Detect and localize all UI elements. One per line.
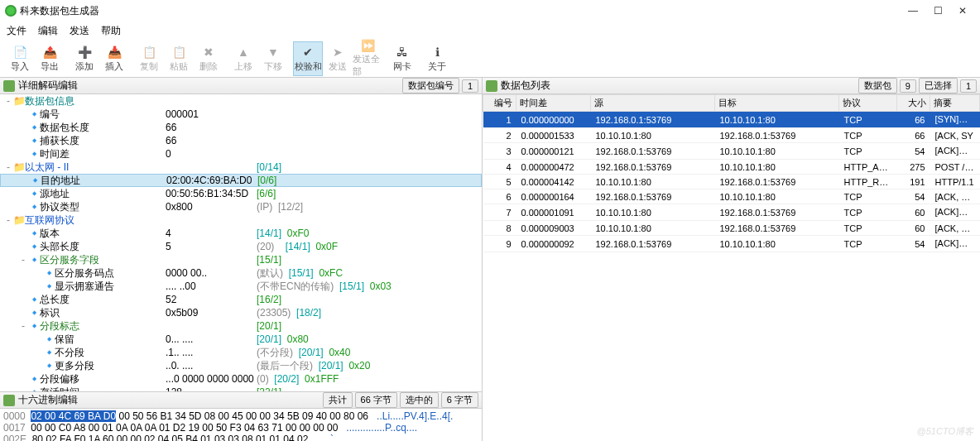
toolbar-label: 网卡 [393, 60, 411, 73]
col-header[interactable]: 摘要 [930, 95, 980, 112]
paste-button[interactable]: 📋粘贴 [164, 41, 194, 76]
tree-row[interactable]: 🔹版本4[14/1] 0xF0 [0, 227, 482, 240]
copy-button-icon: 📋 [142, 45, 156, 60]
nic-button[interactable]: 🖧网卡 [387, 41, 417, 76]
watermark: @51CTO博客 [917, 425, 973, 438]
tree-row[interactable]: 🔹标识0x5b09(23305) [18/2] [0, 306, 482, 319]
tree-row[interactable]: 🔹目的地址02:00:4C:69:BA:D0[0/6] [0, 174, 482, 187]
toolbar-label: 复制 [140, 60, 158, 73]
field-value: 0x800 [166, 201, 193, 213]
pkt-no-value[interactable]: 1 [462, 79, 478, 93]
send-button-icon: ➤ [330, 45, 345, 60]
expand-icon[interactable]: - [3, 95, 13, 107]
field-icon: 🔹 [28, 241, 40, 252]
col-header[interactable]: 源 [591, 95, 715, 112]
field-label: 总长度 [40, 293, 70, 307]
tree-row[interactable]: 🔹时间差0 [0, 147, 482, 161]
table-row[interactable]: 90.000000092192.168.0.1:5376910.10.10.1:… [483, 236, 980, 252]
close-button[interactable]: ✕ [950, 2, 975, 19]
tree-row[interactable]: -📁数据包信息 [0, 94, 482, 108]
menu-3[interactable]: 帮助 [101, 24, 121, 38]
movedown-button[interactable]: ▼下移 [258, 41, 288, 76]
menu-0[interactable]: 文件 [7, 24, 26, 38]
menu-2[interactable]: 发送 [70, 24, 89, 38]
tree-row[interactable]: 🔹源地址00:50:56:B1:34:5D[6/6] [0, 187, 482, 200]
field-icon: 🔹 [43, 280, 55, 292]
field-label: 数据包长度 [40, 121, 89, 135]
field-icon: 🔹 [28, 108, 40, 120]
maximize-button[interactable]: ☐ [925, 2, 950, 19]
field-label: 数据包信息 [25, 94, 74, 108]
field-icon: 🔹 [28, 135, 40, 146]
field-meta: [0/14] [257, 161, 281, 173]
insert-button[interactable]: 📥插入 [99, 41, 129, 76]
tree-row[interactable]: 🔹捕获长度66 [0, 134, 482, 147]
add-button[interactable]: ➕添加 [70, 41, 99, 76]
col-header[interactable]: 目标 [715, 95, 839, 112]
checksum-button[interactable]: ✔校验和 [293, 41, 323, 76]
field-meta: (最后一个段) [20/1] 0x20 [257, 359, 370, 373]
field-icon: 🔹 [43, 333, 55, 345]
field-label: 协议类型 [40, 200, 79, 214]
table-row[interactable]: 20.00000153310.10.10.1:80192.168.0.1:537… [483, 128, 980, 143]
hex-row[interactable]: 002E 80 02 FA F0 1A 60 00 00 02 04 05 B4… [3, 434, 478, 441]
field-label: 编号 [40, 108, 60, 122]
tree-row[interactable]: -📁以太网 - II[0/14] [0, 161, 482, 174]
tree-row[interactable]: 🔹区分服务码点0000 00..(默认) [15/1] 0xFC [0, 266, 482, 280]
expand-icon[interactable]: - [3, 161, 13, 173]
sendall-button[interactable]: ⏩发送全部 [353, 41, 382, 76]
hex-dump[interactable]: 0000 02 00 4C 69 BA D0 00 50 56 B1 34 5D… [0, 409, 482, 441]
table-row[interactable]: 40.000000472192.168.0.1:5376910.10.10.1:… [483, 160, 980, 175]
field-value: ..0. .... [166, 360, 193, 371]
tree-row[interactable]: -🔹分段标志[20/1] [0, 319, 482, 333]
tree-row[interactable]: 🔹头部长度5(20) [14/1] 0x0F [0, 240, 482, 253]
table-row[interactable]: 50.00000414210.10.10.1:80192.168.0.1:537… [483, 175, 980, 189]
copy-button[interactable]: 📋复制 [134, 41, 164, 76]
hex-row[interactable]: 0000 02 00 4C 69 BA D0 00 50 56 B1 34 5D… [3, 410, 478, 422]
expand-icon[interactable]: - [18, 254, 28, 266]
table-row[interactable]: 60.000000164192.168.0.1:5376910.10.10.1:… [483, 189, 980, 204]
tree-row[interactable]: 🔹总长度52[16/2] [0, 293, 482, 306]
col-header[interactable]: 时间差 [516, 95, 591, 112]
tree-row[interactable]: 🔹更多分段..0. ....(最后一个段) [20/1] 0x20 [0, 359, 482, 372]
tree-row[interactable]: 🔹不分段.1.. ....(不分段) [20/1] 0x40 [0, 346, 482, 359]
tree-row[interactable]: 🔹协议类型0x800(IP) [12/2] [0, 200, 482, 213]
import-button[interactable]: 📄导入 [5, 41, 35, 76]
expand-icon[interactable]: - [18, 320, 28, 332]
table-row[interactable]: 70.00000109110.10.10.1:80192.168.0.1:537… [483, 204, 980, 221]
tree-row[interactable]: -📁互联网协议 [0, 213, 482, 227]
table-row[interactable]: 80.00000900310.10.10.1:80192.168.0.1:537… [483, 221, 980, 236]
checksum-button-icon: ✔ [300, 45, 315, 60]
send-button[interactable]: ➤发送 [323, 41, 353, 76]
tree-row[interactable]: 🔹分段偏移...0 0000 0000 0000(0) [20/2] 0x1FF… [0, 372, 482, 386]
nic-button-icon: 🖧 [395, 45, 410, 60]
moveup-button[interactable]: ▲上移 [228, 41, 258, 76]
expand-icon[interactable]: - [3, 214, 13, 226]
export-button[interactable]: 📤导出 [35, 41, 65, 76]
table-row[interactable]: 10.000000000192.168.0.1:5376910.10.10.1:… [483, 112, 980, 128]
col-header[interactable]: 协议 [839, 95, 897, 112]
tree-row[interactable]: 🔹数据包长度66 [0, 121, 482, 134]
delete-button[interactable]: ✖删除 [194, 41, 223, 76]
tree-row[interactable]: 🔹显示拥塞通告.... ..00(不带ECN的传输) [15/1] 0x03 [0, 280, 482, 293]
col-header[interactable]: 编号 [483, 95, 516, 112]
field-label: 头部长度 [40, 240, 79, 254]
hex-row[interactable]: 0017 00 00 C0 A8 00 01 0A 0A 0A 01 D2 19… [3, 422, 478, 434]
pkt-no-label[interactable]: 数据包编号 [402, 78, 459, 93]
hex-total-value: 66 字节 [355, 392, 397, 408]
tree-row[interactable]: -🔹区分服务字段[15/1] [0, 253, 482, 266]
col-header[interactable]: 大小 [897, 95, 930, 112]
minimize-button[interactable]: — [901, 2, 925, 19]
table-row[interactable]: 30.000000121192.168.0.1:5376910.10.10.1:… [483, 143, 980, 160]
tree-row[interactable]: 🔹编号000001 [0, 108, 482, 121]
packet-table[interactable]: 编号时间差源目标协议大小摘要10.000000000192.168.0.1:53… [483, 94, 980, 441]
decode-tree[interactable]: -📁数据包信息🔹编号000001🔹数据包长度66🔹捕获长度66🔹时间差0-📁以太… [0, 94, 482, 391]
menu-1[interactable]: 编辑 [38, 24, 58, 38]
field-value: 0000 00.. [166, 267, 207, 279]
toolbar-label: 添加 [75, 60, 94, 73]
field-label: 源地址 [40, 187, 70, 201]
tree-row[interactable]: 🔹保留0... ....[20/1] 0x80 [0, 333, 482, 346]
tree-row[interactable]: 🔹存活时间128[22/1] [0, 386, 482, 391]
about-button[interactable]: ℹ关于 [422, 41, 452, 76]
movedown-button-icon: ▼ [266, 45, 281, 60]
